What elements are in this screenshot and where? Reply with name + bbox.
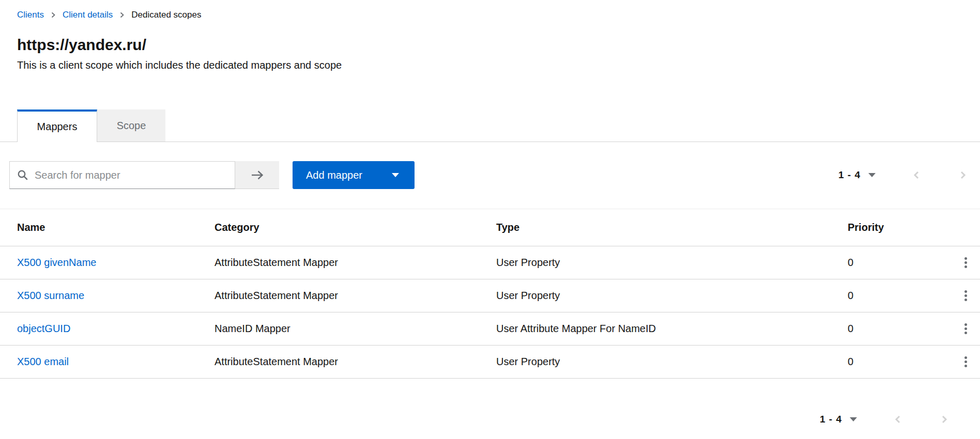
page-title: https://yandex.ru/: [17, 36, 980, 54]
mappers-toolbar: Add mapper 1 - 4: [0, 161, 980, 189]
previous-page-button[interactable]: [910, 168, 923, 182]
breadcrumb: Clients Client details Dedicated scopes: [0, 0, 980, 20]
chevron-right-icon: [119, 11, 125, 19]
cell-type: User Property: [496, 290, 848, 302]
cell-category: AttributeStatement Mapper: [215, 356, 496, 368]
page-description: This is a client scope which includes th…: [17, 59, 980, 71]
row-actions-kebab-button[interactable]: [960, 253, 971, 272]
column-header-priority: Priority: [848, 222, 951, 233]
previous-page-button[interactable]: [891, 412, 905, 427]
kebab-icon: [964, 257, 967, 260]
add-mapper-button[interactable]: Add mapper: [293, 161, 415, 189]
pagination-range: 1 - 4: [838, 169, 861, 181]
row-actions-kebab-button[interactable]: [960, 352, 971, 371]
tab-scope-label: Scope: [117, 120, 146, 132]
cell-type: User Property: [496, 257, 848, 269]
breadcrumb-current: Dedicated scopes: [131, 10, 201, 20]
breadcrumb-link-client-details[interactable]: Client details: [63, 10, 113, 20]
pagination-top: 1 - 4: [834, 166, 970, 184]
row-actions-kebab-button[interactable]: [960, 319, 971, 338]
cell-type: User Attribute Mapper For NameID: [496, 323, 848, 335]
search-icon: [17, 169, 28, 181]
chevron-left-icon: [893, 414, 902, 425]
column-header-name: Name: [17, 222, 215, 233]
column-header-type: Type: [496, 222, 848, 233]
search-group: [9, 161, 279, 189]
breadcrumb-link-clients[interactable]: Clients: [17, 10, 44, 20]
tab-bar: Mappers Scope: [0, 109, 980, 142]
search-input[interactable]: [34, 169, 229, 182]
row-actions-kebab-button[interactable]: [960, 286, 971, 305]
arrow-right-icon: [250, 170, 265, 180]
tab-mappers-label: Mappers: [37, 121, 78, 133]
cell-priority: 0: [848, 257, 951, 269]
column-header-category: Category: [215, 222, 496, 233]
chevron-right-icon: [958, 170, 968, 180]
table-row: X500 email AttributeStatement Mapper Use…: [0, 346, 980, 379]
add-mapper-label: Add mapper: [306, 169, 362, 181]
kebab-icon: [964, 323, 967, 326]
search-submit-button[interactable]: [235, 161, 279, 189]
kebab-icon: [964, 290, 967, 293]
table-row: X500 givenName AttributeStatement Mapper…: [0, 246, 980, 279]
cell-priority: 0: [848, 356, 951, 368]
pagination-menu-toggle[interactable]: 1 - 4: [816, 411, 861, 428]
pagination-menu-toggle[interactable]: 1 - 4: [834, 166, 880, 184]
chevron-right-icon: [940, 414, 949, 425]
caret-down-icon: [850, 417, 857, 421]
caret-down-icon: [392, 173, 399, 177]
chevron-left-icon: [912, 170, 921, 180]
search-box: [9, 161, 235, 189]
next-page-button[interactable]: [956, 168, 970, 182]
tab-mappers[interactable]: Mappers: [17, 109, 97, 142]
mappers-table: Name Category Type Priority X500 givenNa…: [0, 209, 980, 379]
chevron-right-icon: [51, 11, 56, 19]
mapper-name-link[interactable]: X500 surname: [17, 290, 84, 301]
cell-priority: 0: [848, 290, 951, 302]
table-row: X500 surname AttributeStatement Mapper U…: [0, 279, 980, 312]
mapper-name-link[interactable]: X500 email: [17, 356, 69, 367]
cell-type: User Property: [496, 356, 848, 368]
kebab-icon: [964, 356, 967, 359]
next-page-button[interactable]: [938, 412, 951, 427]
cell-category: AttributeStatement Mapper: [215, 290, 496, 302]
pagination-bottom: 1 - 4: [816, 411, 951, 428]
cell-category: AttributeStatement Mapper: [215, 257, 496, 269]
caret-down-icon: [868, 173, 876, 177]
pagination-range: 1 - 4: [820, 414, 842, 425]
cell-priority: 0: [848, 323, 951, 335]
table-header-row: Name Category Type Priority: [0, 209, 980, 246]
mapper-name-link[interactable]: objectGUID: [17, 323, 70, 334]
tab-scope[interactable]: Scope: [97, 109, 165, 142]
pagination-bottom-bar: 1 - 4: [0, 411, 980, 428]
cell-category: NameID Mapper: [215, 323, 496, 335]
mapper-name-link[interactable]: X500 givenName: [17, 257, 96, 268]
table-row: objectGUID NameID Mapper User Attribute …: [0, 312, 980, 346]
